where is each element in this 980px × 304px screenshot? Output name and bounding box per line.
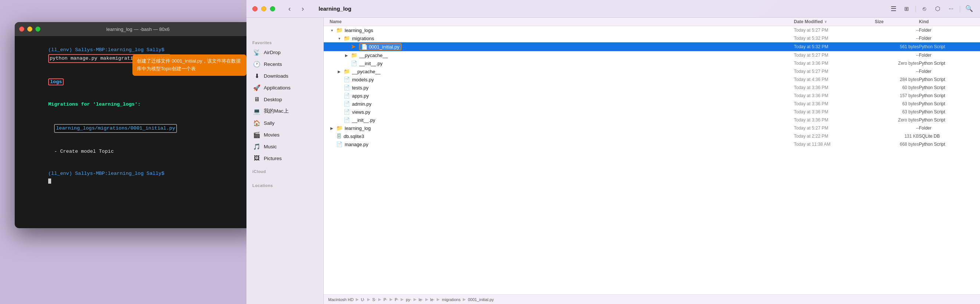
py-icon: 📄 <box>344 76 350 83</box>
folder-icon: 📁 <box>344 68 350 74</box>
finder-minimize-btn[interactable] <box>261 6 266 11</box>
table-row[interactable]: 📄 manage.py Today at 11:38 AM 668 bytes … <box>324 140 980 148</box>
table-row[interactable]: ➤ 📄 0001_initial.py Today at 5:32 PM 561… <box>324 42 980 51</box>
file-date: Today at 11:38 AM <box>794 142 875 147</box>
file-date: Today at 3:36 PM <box>794 101 875 107</box>
disclosure-pycache1[interactable]: ▶ <box>344 53 349 57</box>
file-name: admin.py <box>352 101 372 107</box>
db-icon: 🗄 <box>336 133 341 139</box>
table-row[interactable]: ▶ 📁 __pycache__ Today at 5:27 PM -- Fold… <box>324 51 980 59</box>
recents-icon: 🕐 <box>253 60 261 68</box>
path-segment[interactable]: P· <box>383 298 387 302</box>
sidebar-item-pictures[interactable]: 🖼 Pictures <box>249 153 321 164</box>
terminal-window: learning_log — -bash — 80x6 (ll_env) Sal… <box>15 22 261 228</box>
more-button[interactable]: ··· <box>946 4 956 14</box>
file-kind: Folder <box>919 53 974 58</box>
sidebar-item-downloads[interactable]: ⬇ Downloads <box>249 70 321 81</box>
back-button[interactable]: ‹ <box>285 4 294 14</box>
file-kind: Python Script <box>919 77 974 82</box>
table-row[interactable]: 📄 views.py Today at 3:36 PM 63 bytes Pyt… <box>324 108 980 116</box>
path-segment[interactable]: le· <box>418 298 423 302</box>
sidebar-item-recents[interactable]: 🕐 Recents <box>249 59 321 70</box>
table-row[interactable]: 📄 __init__.py Today at 3:36 PM Zero byte… <box>324 59 980 67</box>
share-button[interactable]: ⎋ <box>919 4 930 14</box>
table-row[interactable]: ▾ 📁 migrations Today at 5:32 PM -- Folde… <box>324 34 980 42</box>
file-name: __init__.py <box>360 61 383 66</box>
path-segment[interactable]: migrations <box>442 298 461 302</box>
sidebar-movies-label: Movies <box>264 132 280 138</box>
table-row[interactable]: 📄 apps.py Today at 3:36 PM 157 bytes Pyt… <box>324 92 980 100</box>
path-segment[interactable]: P· <box>395 298 398 302</box>
forward-button[interactable]: › <box>298 4 307 14</box>
locations-label: Locations <box>247 178 323 189</box>
file-date: Today at 5:27 PM <box>794 53 875 58</box>
file-kind: Folder <box>919 69 974 74</box>
terminal-close-btn[interactable] <box>19 27 24 32</box>
file-kind: Python Script <box>919 44 974 49</box>
path-segment[interactable]: Macintosh HD <box>328 298 353 302</box>
file-name: learning_logs <box>345 28 373 33</box>
sidebar-item-desktop[interactable]: 🖥 Desktop <box>249 94 321 105</box>
sidebar-item-airdrop[interactable]: 📡 AirDrop <box>249 47 321 58</box>
finder-file-list: ▾ 📁 learning_logs Today at 5:27 PM -- Fo… <box>324 26 980 294</box>
terminal-minimize-btn[interactable] <box>27 27 32 32</box>
path-segment[interactable]: S· <box>372 298 376 302</box>
table-row[interactable]: ▶ 📁 __pycache__ Today at 5:27 PM -- Fold… <box>324 67 980 75</box>
disclosure-empty <box>329 134 334 139</box>
terminal-title: learning_log — -bash — 80x6 <box>106 27 170 32</box>
table-row[interactable]: ▶ 📁 learning_log Today at 5:27 PM -- Fol… <box>324 124 980 132</box>
disclosure-migrations[interactable]: ▾ <box>337 37 341 40</box>
tag-button[interactable]: ⬡ <box>932 4 943 14</box>
arrow-indicator: ➤ <box>351 43 356 50</box>
folder-icon: 📁 <box>344 35 350 41</box>
table-row[interactable]: 📄 models.py Today at 4:36 PM 284 bytes P… <box>324 75 980 84</box>
size-column-header[interactable]: Size <box>875 19 919 24</box>
name-column-header[interactable]: Name <box>329 19 794 24</box>
path-segment[interactable]: U· <box>361 298 365 302</box>
sidebar-item-applications[interactable]: 🚀 Applications <box>249 82 321 93</box>
file-size: 561 bytes <box>875 44 919 49</box>
sidebar-item-sally[interactable]: 🏠 Sally <box>249 118 321 129</box>
kind-column-header[interactable]: Kind <box>919 19 974 24</box>
table-row[interactable]: 📄 tests.py Today at 3:36 PM 60 bytes Pyt… <box>324 84 980 92</box>
py-icon: 📄 <box>344 117 350 123</box>
disclosure-learning-logs[interactable]: ▾ <box>329 28 334 32</box>
finder-close-btn[interactable] <box>252 6 258 11</box>
file-kind: Folder <box>919 36 974 41</box>
terminal-cursor <box>48 178 51 184</box>
view-grid-button[interactable]: ⊞ <box>902 4 912 14</box>
path-segment[interactable]: 0001_initial.py <box>468 298 494 302</box>
path-separator: ▶ <box>378 297 381 302</box>
music-icon: 🎵 <box>253 143 261 150</box>
sidebar-item-music[interactable]: 🎵 Music <box>249 141 321 152</box>
file-name: manage.py <box>345 142 368 147</box>
finder-pathbar: Macintosh HD ▶ U· ▶ S· ▶ P· ▶ P· ▶ py· ▶… <box>324 294 980 304</box>
table-row[interactable]: 📄 __init__.py Today at 3:36 PM Zero byte… <box>324 116 980 124</box>
disclosure-pycache2[interactable]: ▶ <box>337 70 341 73</box>
file-size: 63 bytes <box>875 109 919 115</box>
file-size: 63 bytes <box>875 101 919 107</box>
view-list-button[interactable]: ☰ <box>888 4 899 14</box>
py-icon: 📄 <box>351 60 357 66</box>
py-icon: 📄 <box>361 44 368 50</box>
sidebar-item-mac[interactable]: 💻 我的Mac上 <box>249 106 321 117</box>
table-row[interactable]: 🗄 db.sqlite3 Today at 2:22 PM 131 KB SQL… <box>324 132 980 140</box>
file-kind: Folder <box>919 126 974 131</box>
date-column-header[interactable]: Date Modified ∨ <box>794 19 875 24</box>
path-segment[interactable]: py· <box>406 298 411 302</box>
terminal-titlebar: learning_log — -bash — 80x6 <box>15 22 261 36</box>
table-row[interactable]: ▾ 📁 learning_logs Today at 5:27 PM -- Fo… <box>324 26 980 34</box>
sidebar-item-movies[interactable]: 🎬 Movies <box>249 129 321 140</box>
terminal-migration-file-line: learning_logs/migrations/0001_initial.py <box>18 117 258 141</box>
disclosure-learning-log[interactable]: ▶ <box>329 126 334 130</box>
file-name: __init__.py <box>352 118 375 123</box>
finder-maximize-btn[interactable] <box>270 6 275 11</box>
file-name: tests.py <box>352 85 369 91</box>
file-name: migrations <box>352 36 374 41</box>
search-button[interactable]: 🔍 <box>964 4 974 14</box>
table-row[interactable]: 📄 admin.py Today at 3:36 PM 63 bytes Pyt… <box>324 100 980 108</box>
file-kind: SQLite DB <box>919 134 974 139</box>
path-segment[interactable]: le· <box>430 298 435 302</box>
path-separator: ▶ <box>463 297 466 302</box>
terminal-maximize-btn[interactable] <box>35 27 40 32</box>
